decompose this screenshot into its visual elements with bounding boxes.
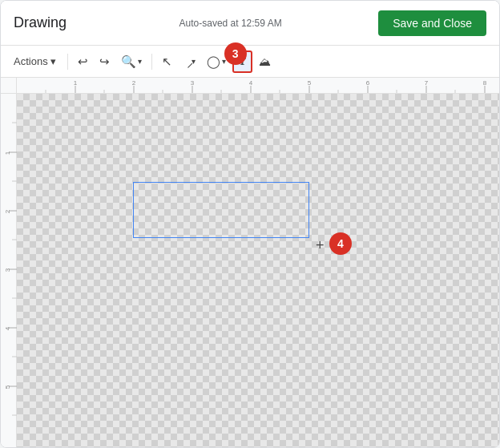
svg-text:2: 2: [4, 209, 11, 213]
svg-text:2: 2: [132, 79, 136, 87]
autosave-status: Auto-saved at 12:59 AM: [83, 18, 378, 29]
svg-text:3: 3: [4, 268, 11, 272]
actions-label: Actions: [14, 55, 48, 67]
text-box-element[interactable]: [133, 182, 309, 238]
textbox-tool-wrapper: T 3: [232, 50, 252, 73]
header: Drawing Auto-saved at 12:59 AM Save and …: [1, 1, 499, 46]
app-title: Drawing: [14, 14, 67, 31]
line-tool-button[interactable]: ⎯ ▾: [179, 52, 200, 71]
svg-text:7: 7: [425, 79, 429, 87]
ruler-horizontal: 1 2 3 4 5 6 7 8: [17, 78, 499, 94]
svg-text:5: 5: [308, 79, 312, 87]
redo-icon: ↪: [99, 54, 110, 69]
svg-text:4: 4: [249, 79, 253, 87]
svg-text:1: 1: [74, 79, 78, 87]
svg-text:6: 6: [366, 79, 370, 87]
zoom-icon: 🔍: [121, 54, 136, 69]
ruler-corner: [1, 78, 17, 94]
redo-button[interactable]: ↪: [95, 51, 115, 72]
image-icon: ⛰: [259, 54, 271, 68]
step-badge-4: 4: [329, 232, 352, 255]
undo-icon: ↩: [78, 54, 88, 69]
toolbar-divider-2: [151, 54, 152, 70]
select-tool-button[interactable]: ↖: [157, 51, 177, 72]
actions-menu-button[interactable]: Actions ▾: [7, 52, 62, 71]
select-icon: ↖: [162, 54, 172, 69]
save-close-button[interactable]: Save and Close: [378, 10, 486, 36]
canvas-area: 1 2 3 4 5 6 7 8: [1, 78, 499, 447]
step-badge-3: 3: [224, 42, 247, 65]
image-tool-button[interactable]: ⛰: [254, 51, 276, 71]
svg-text:8: 8: [483, 79, 487, 87]
shape-icon: ◯: [207, 54, 220, 69]
crosshair-cursor: +: [316, 238, 325, 252]
actions-dropdown-arrow: ▾: [50, 55, 56, 67]
svg-text:1: 1: [4, 151, 11, 155]
drawing-canvas[interactable]: + 4: [17, 94, 499, 447]
svg-text:3: 3: [191, 79, 195, 87]
ruler-vertical: 1 2 3 4 5: [1, 94, 17, 447]
svg-text:4: 4: [4, 326, 11, 330]
zoom-dropdown-arrow: ▾: [138, 57, 142, 66]
undo-button[interactable]: ↩: [73, 51, 93, 72]
toolbar: Actions ▾ ↩ ↪ 🔍 ▾ ↖ ⎯ ▾ ◯ ▾: [1, 46, 499, 78]
toolbar-divider-1: [67, 54, 68, 70]
svg-text:5: 5: [4, 385, 11, 389]
app-window: Drawing Auto-saved at 12:59 AM Save and …: [0, 0, 500, 448]
zoom-button[interactable]: 🔍 ▾: [116, 51, 147, 72]
